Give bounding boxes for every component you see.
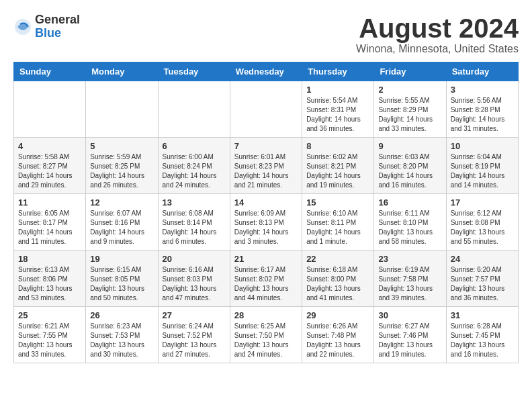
- day-number: 16: [378, 197, 441, 208]
- calendar-cell: 10Sunrise: 6:04 AM Sunset: 8:19 PM Dayli…: [446, 138, 518, 194]
- weekday-header-sunday: Sunday: [14, 62, 86, 81]
- day-number: 4: [18, 141, 81, 151]
- weekday-header-row: SundayMondayTuesdayWednesdayThursdayFrid…: [14, 62, 519, 81]
- calendar-cell: 6Sunrise: 6:00 AM Sunset: 8:24 PM Daylig…: [158, 138, 230, 194]
- day-info: Sunrise: 5:59 AM Sunset: 8:25 PM Dayligh…: [90, 152, 153, 190]
- day-number: 6: [163, 141, 226, 151]
- day-number: 8: [306, 141, 369, 151]
- calendar-cell: 19Sunrise: 6:15 AM Sunset: 8:05 PM Dayli…: [86, 250, 158, 307]
- calendar-cell: 23Sunrise: 6:19 AM Sunset: 7:58 PM Dayli…: [374, 250, 446, 307]
- day-number: 3: [451, 85, 514, 95]
- day-number: 30: [378, 310, 441, 320]
- day-info: Sunrise: 6:01 AM Sunset: 8:23 PM Dayligh…: [234, 152, 298, 190]
- calendar-cell: 20Sunrise: 6:16 AM Sunset: 8:03 PM Dayli…: [158, 250, 230, 307]
- weekday-header-monday: Monday: [86, 62, 158, 81]
- calendar-cell: 28Sunrise: 6:25 AM Sunset: 7:50 PM Dayli…: [230, 307, 302, 363]
- calendar-week-row: 18Sunrise: 6:13 AM Sunset: 8:06 PM Dayli…: [14, 250, 519, 307]
- day-number: 10: [451, 141, 514, 151]
- logo-general: General: [35, 13, 80, 26]
- calendar-cell: [158, 81, 230, 138]
- day-info: Sunrise: 6:04 AM Sunset: 8:19 PM Dayligh…: [451, 152, 514, 190]
- calendar-week-row: 11Sunrise: 6:05 AM Sunset: 8:17 PM Dayli…: [14, 194, 519, 250]
- weekday-header-saturday: Saturday: [446, 62, 518, 81]
- calendar-cell: 14Sunrise: 6:09 AM Sunset: 8:13 PM Dayli…: [230, 194, 302, 250]
- calendar-cell: 17Sunrise: 6:12 AM Sunset: 8:08 PM Dayli…: [446, 194, 518, 250]
- day-info: Sunrise: 6:10 AM Sunset: 8:11 PM Dayligh…: [306, 209, 369, 246]
- calendar-cell: 3Sunrise: 5:56 AM Sunset: 8:28 PM Daylig…: [446, 81, 518, 138]
- day-info: Sunrise: 6:05 AM Sunset: 8:17 PM Dayligh…: [18, 209, 81, 246]
- day-number: 13: [163, 197, 226, 208]
- day-number: 5: [90, 141, 153, 151]
- day-info: Sunrise: 6:09 AM Sunset: 8:13 PM Dayligh…: [234, 209, 298, 246]
- day-number: 24: [451, 254, 514, 264]
- day-info: Sunrise: 6:02 AM Sunset: 8:21 PM Dayligh…: [306, 152, 369, 190]
- calendar-cell: 16Sunrise: 6:11 AM Sunset: 8:10 PM Dayli…: [374, 194, 446, 250]
- day-number: 18: [18, 254, 81, 264]
- day-number: 2: [378, 85, 441, 95]
- day-info: Sunrise: 6:18 AM Sunset: 8:00 PM Dayligh…: [306, 265, 369, 303]
- day-number: 14: [234, 197, 298, 208]
- calendar-cell: 12Sunrise: 6:07 AM Sunset: 8:16 PM Dayli…: [86, 194, 158, 250]
- day-number: 20: [163, 254, 226, 264]
- logo-icon: [13, 17, 32, 36]
- calendar-cell: 27Sunrise: 6:24 AM Sunset: 7:52 PM Dayli…: [158, 307, 230, 363]
- day-number: 25: [18, 310, 81, 320]
- day-info: Sunrise: 6:15 AM Sunset: 8:05 PM Dayligh…: [90, 265, 153, 303]
- calendar-cell: 24Sunrise: 6:20 AM Sunset: 7:57 PM Dayli…: [446, 250, 518, 307]
- calendar-week-row: 4Sunrise: 5:58 AM Sunset: 8:27 PM Daylig…: [14, 138, 519, 194]
- logo: General Blue: [13, 13, 80, 40]
- day-number: 23: [378, 254, 441, 264]
- day-info: Sunrise: 6:27 AM Sunset: 7:46 PM Dayligh…: [378, 322, 441, 359]
- day-number: 7: [234, 141, 298, 151]
- day-info: Sunrise: 6:00 AM Sunset: 8:24 PM Dayligh…: [163, 152, 226, 190]
- day-info: Sunrise: 6:07 AM Sunset: 8:16 PM Dayligh…: [90, 209, 153, 246]
- day-number: 31: [451, 310, 514, 320]
- day-number: 21: [234, 254, 298, 264]
- day-info: Sunrise: 6:11 AM Sunset: 8:10 PM Dayligh…: [378, 209, 441, 246]
- day-info: Sunrise: 6:03 AM Sunset: 8:20 PM Dayligh…: [378, 152, 441, 190]
- weekday-header-friday: Friday: [374, 62, 446, 81]
- calendar-cell: 25Sunrise: 6:21 AM Sunset: 7:55 PM Dayli…: [14, 307, 86, 363]
- calendar-title: August 2024: [356, 13, 519, 43]
- calendar-cell: [86, 81, 158, 138]
- calendar-cell: 21Sunrise: 6:17 AM Sunset: 8:02 PM Dayli…: [230, 250, 302, 307]
- day-info: Sunrise: 6:24 AM Sunset: 7:52 PM Dayligh…: [163, 322, 226, 359]
- day-info: Sunrise: 6:13 AM Sunset: 8:06 PM Dayligh…: [18, 265, 81, 303]
- day-number: 28: [234, 310, 298, 320]
- calendar-cell: [14, 81, 86, 138]
- calendar-cell: 4Sunrise: 5:58 AM Sunset: 8:27 PM Daylig…: [14, 138, 86, 194]
- calendar-cell: 2Sunrise: 5:55 AM Sunset: 8:29 PM Daylig…: [374, 81, 446, 138]
- calendar-cell: 8Sunrise: 6:02 AM Sunset: 8:21 PM Daylig…: [302, 138, 374, 194]
- day-info: Sunrise: 6:25 AM Sunset: 7:50 PM Dayligh…: [234, 322, 298, 359]
- calendar-cell: 13Sunrise: 6:08 AM Sunset: 8:14 PM Dayli…: [158, 194, 230, 250]
- day-info: Sunrise: 6:20 AM Sunset: 7:57 PM Dayligh…: [451, 265, 514, 303]
- calendar-cell: 5Sunrise: 5:59 AM Sunset: 8:25 PM Daylig…: [86, 138, 158, 194]
- day-number: 11: [18, 197, 81, 208]
- weekday-header-tuesday: Tuesday: [158, 62, 230, 81]
- logo-text: General Blue: [35, 13, 80, 40]
- day-info: Sunrise: 6:21 AM Sunset: 7:55 PM Dayligh…: [18, 322, 81, 359]
- day-info: Sunrise: 6:12 AM Sunset: 8:08 PM Dayligh…: [451, 209, 514, 246]
- calendar-cell: 9Sunrise: 6:03 AM Sunset: 8:20 PM Daylig…: [374, 138, 446, 194]
- calendar-subtitle: Winona, Minnesota, United States: [356, 43, 519, 55]
- calendar-cell: 31Sunrise: 6:28 AM Sunset: 7:45 PM Dayli…: [446, 307, 518, 363]
- calendar-cell: 15Sunrise: 6:10 AM Sunset: 8:11 PM Dayli…: [302, 194, 374, 250]
- calendar-table: SundayMondayTuesdayWednesdayThursdayFrid…: [13, 62, 519, 363]
- logo-blue: Blue: [35, 26, 61, 40]
- day-info: Sunrise: 5:55 AM Sunset: 8:29 PM Dayligh…: [378, 96, 441, 134]
- weekday-header-thursday: Thursday: [302, 62, 374, 81]
- calendar-cell: 11Sunrise: 6:05 AM Sunset: 8:17 PM Dayli…: [14, 194, 86, 250]
- day-info: Sunrise: 5:58 AM Sunset: 8:27 PM Dayligh…: [18, 152, 81, 190]
- day-number: 9: [378, 141, 441, 151]
- day-number: 27: [163, 310, 226, 320]
- day-number: 17: [451, 197, 514, 208]
- calendar-week-row: 25Sunrise: 6:21 AM Sunset: 7:55 PM Dayli…: [14, 307, 519, 363]
- day-info: Sunrise: 6:23 AM Sunset: 7:53 PM Dayligh…: [90, 322, 153, 359]
- day-info: Sunrise: 6:28 AM Sunset: 7:45 PM Dayligh…: [451, 322, 514, 359]
- day-info: Sunrise: 6:16 AM Sunset: 8:03 PM Dayligh…: [163, 265, 226, 303]
- calendar-cell: [230, 81, 302, 138]
- day-info: Sunrise: 6:19 AM Sunset: 7:58 PM Dayligh…: [378, 265, 441, 303]
- page-header: General Blue August 2024 Winona, Minneso…: [13, 13, 519, 55]
- calendar-cell: 7Sunrise: 6:01 AM Sunset: 8:23 PM Daylig…: [230, 138, 302, 194]
- day-info: Sunrise: 6:26 AM Sunset: 7:48 PM Dayligh…: [306, 322, 369, 359]
